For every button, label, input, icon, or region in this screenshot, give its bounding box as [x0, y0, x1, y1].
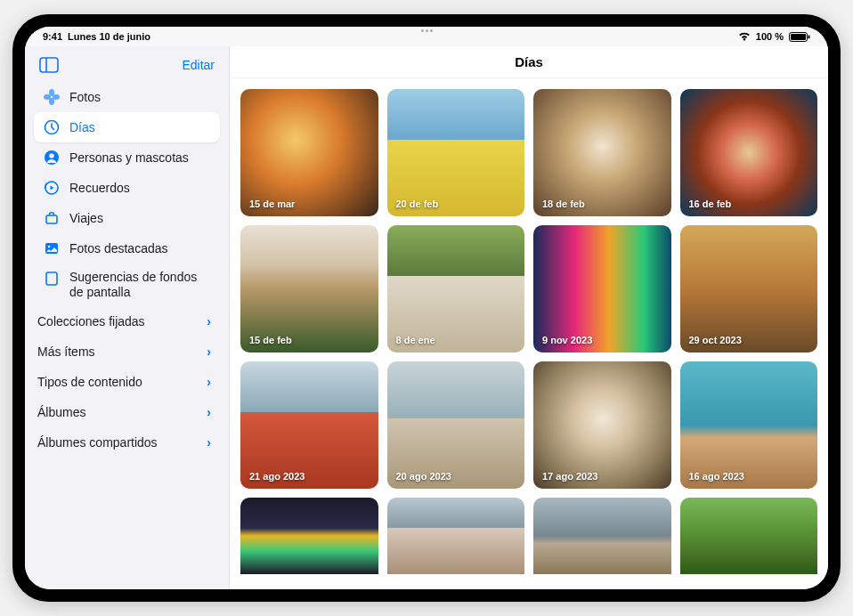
sidebar-item-destacadas[interactable]: Fotos destacadas [34, 233, 220, 263]
sidebar-item-fotos[interactable]: Fotos [34, 82, 220, 112]
person-icon [43, 149, 61, 166]
section-label: Álbumes [37, 405, 85, 419]
sidebar-item-label: Fotos destacadas [69, 241, 168, 255]
main-title: Días [230, 46, 828, 78]
section-label: Tipos de contenido [37, 375, 142, 389]
status-time: 9:41 [43, 31, 62, 42]
tile-date: 18 de feb [542, 199, 585, 209]
sidebar-item-label: Días [69, 120, 95, 134]
camera-notch [413, 29, 440, 33]
tile-date: 15 de feb [249, 335, 292, 345]
svg-rect-1 [791, 34, 806, 40]
sidebar-item-label: Recuerdos [69, 181, 130, 195]
section-label: Álbumes compartidos [37, 435, 158, 450]
day-tile[interactable] [680, 498, 818, 574]
ipad-frame: 9:41 Lunes 10 de junio 100 % [12, 14, 841, 602]
svg-point-6 [49, 98, 54, 105]
sidebar-item-label: Personas y mascotas [69, 150, 189, 165]
tile-date: 9 nov 2023 [542, 335, 592, 345]
day-tile[interactable] [533, 498, 671, 574]
svg-point-11 [49, 153, 54, 158]
day-tile[interactable]: 18 de feb [533, 89, 671, 216]
wifi-icon [738, 32, 751, 41]
sidebar-item-label: Fotos [69, 90, 101, 104]
tile-date: 15 de mar [249, 199, 295, 209]
status-date: Lunes 10 de junio [68, 31, 150, 42]
day-tile[interactable]: 16 ago 2023 [680, 361, 818, 489]
sidebar-item-dias[interactable]: Días [34, 112, 220, 142]
sidebar-toggle-icon[interactable] [39, 57, 59, 73]
day-tile[interactable] [387, 498, 525, 574]
status-bar: 9:41 Lunes 10 de junio 100 % [25, 27, 828, 46]
sidebar-item-fondos[interactable]: Sugerencias de fondos de pantalla [34, 263, 220, 306]
sidebar: Editar Fotos Días [25, 46, 230, 589]
tile-date: 21 ago 2023 [249, 471, 305, 482]
day-tile[interactable]: 21 ago 2023 [240, 361, 378, 489]
sidebar-item-label: Sugerencias de fondos de pantalla [69, 270, 211, 300]
tile-date: 20 de feb [396, 199, 439, 209]
svg-point-15 [48, 246, 51, 248]
svg-point-7 [44, 94, 51, 100]
day-tile[interactable]: 15 de mar [240, 89, 378, 216]
main-panel: Días 15 de mar 20 de feb 18 de feb 16 de… [230, 46, 828, 589]
svg-rect-2 [808, 35, 810, 38]
sidebar-item-personas[interactable]: Personas y mascotas [34, 142, 220, 173]
day-tile[interactable]: 16 de feb [680, 89, 818, 216]
memories-icon [43, 179, 61, 197]
content-area: Editar Fotos Días [25, 46, 828, 589]
battery-icon [789, 32, 810, 42]
tile-date: 16 de feb [689, 199, 732, 209]
sidebar-item-viajes[interactable]: Viajes [34, 203, 220, 233]
featured-icon [43, 239, 61, 257]
chevron-right-icon: › [207, 405, 211, 419]
svg-point-5 [49, 89, 54, 96]
wallpaper-icon [43, 270, 61, 288]
tile-date: 8 de ene [396, 335, 435, 345]
day-tile[interactable]: 20 ago 2023 [387, 361, 525, 489]
screen: 9:41 Lunes 10 de junio 100 % [25, 27, 828, 589]
section-label: Más ítems [37, 344, 95, 359]
day-tile[interactable]: 17 ago 2023 [533, 361, 671, 489]
day-tile[interactable]: 15 de feb [240, 225, 378, 353]
clock-icon [43, 118, 61, 136]
photos-icon [43, 88, 61, 106]
day-tile[interactable]: 20 de feb [387, 89, 525, 216]
chevron-right-icon: › [207, 314, 211, 328]
battery-label: 100 % [756, 31, 784, 42]
svg-rect-16 [46, 272, 57, 285]
svg-point-8 [53, 94, 60, 100]
tile-date: 16 ago 2023 [689, 471, 744, 482]
day-tile[interactable]: 8 de ene [387, 225, 525, 353]
section-albumes-compartidos[interactable]: Álbumes compartidos › [34, 427, 220, 458]
chevron-right-icon: › [207, 344, 211, 359]
edit-button[interactable]: Editar [182, 58, 215, 72]
svg-rect-14 [45, 243, 58, 254]
tile-date: 29 oct 2023 [689, 335, 742, 345]
day-tile[interactable]: 29 oct 2023 [680, 225, 818, 353]
svg-rect-3 [40, 58, 58, 72]
suitcase-icon [43, 209, 61, 227]
photo-grid: 15 de mar 20 de feb 18 de feb 16 de feb … [240, 89, 817, 574]
day-tile[interactable]: 9 nov 2023 [533, 225, 671, 353]
svg-rect-13 [46, 215, 57, 223]
sidebar-item-label: Viajes [69, 211, 103, 225]
tile-date: 17 ago 2023 [542, 471, 597, 482]
chevron-right-icon: › [207, 375, 211, 389]
chevron-right-icon: › [207, 435, 211, 450]
sidebar-item-recuerdos[interactable]: Recuerdos [34, 173, 220, 203]
section-albumes[interactable]: Álbumes › [34, 397, 220, 427]
section-colecciones[interactable]: Colecciones fijadas › [34, 306, 220, 336]
section-label: Colecciones fijadas [37, 314, 145, 328]
tile-date: 20 ago 2023 [396, 471, 451, 482]
section-tipos[interactable]: Tipos de contenido › [34, 367, 220, 397]
section-mas-items[interactable]: Más ítems › [34, 336, 220, 367]
photo-grid-container[interactable]: 15 de mar 20 de feb 18 de feb 16 de feb … [230, 78, 828, 589]
day-tile[interactable] [240, 498, 378, 574]
